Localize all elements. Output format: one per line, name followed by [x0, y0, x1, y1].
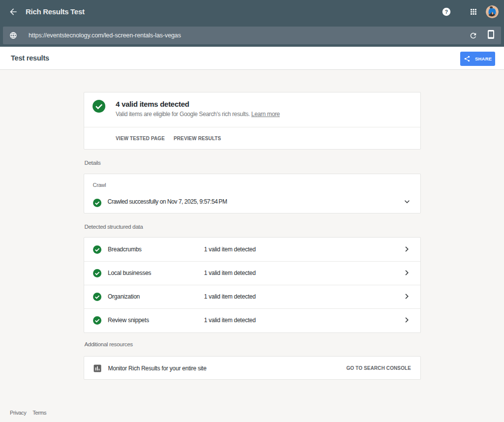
svg-text:?: ? [445, 9, 448, 15]
